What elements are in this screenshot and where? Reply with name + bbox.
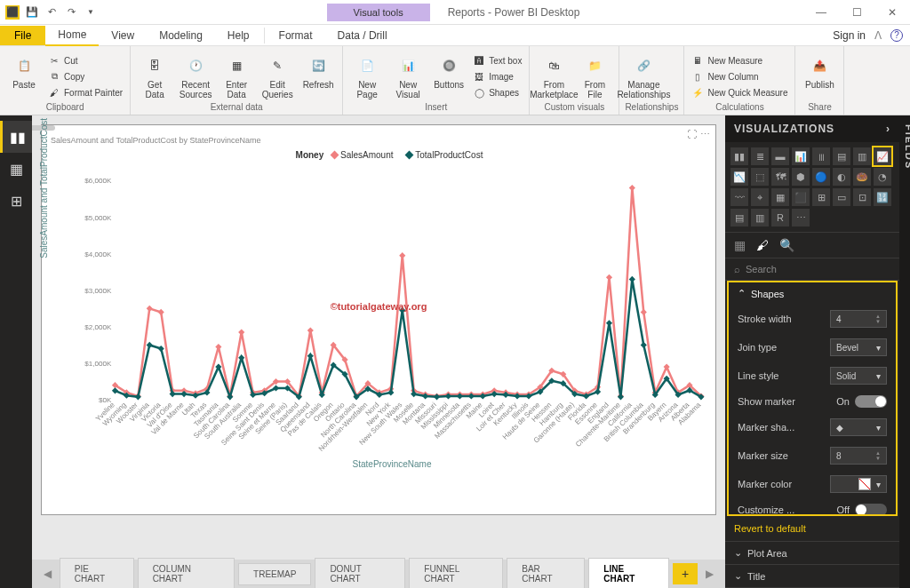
new-column-button[interactable]: ▯New Column [690,69,789,83]
collapse-panel-icon[interactable]: › [886,123,890,135]
tab-prev[interactable]: ◀ [39,568,56,580]
add-page-button[interactable]: + [673,563,698,584]
viz-type-9[interactable]: ⬚ [751,168,769,186]
viz-type-15[interactable]: ◔ [874,168,891,186]
menu-view[interactable]: View [99,26,147,45]
more-options-icon[interactable]: ⋯ [700,129,710,140]
viz-type-14[interactable]: 🍩 [853,168,871,186]
save-icon[interactable]: 💾 [25,5,39,20]
viz-type-10[interactable]: 🗺 [771,168,789,186]
copy-button[interactable]: ⧉Copy [46,69,124,83]
viz-type-6[interactable]: ▥ [853,147,871,165]
tab-funnel-chart[interactable]: FUNNEL CHART [409,558,503,588]
qat-dropdown-icon[interactable]: ▼ [84,5,98,20]
viz-type-8[interactable]: 📉 [730,168,748,186]
viz-type-4[interactable]: ⫼ [812,147,830,165]
shapes-button[interactable]: ◯Shapes [471,85,523,99]
sign-in-link[interactable]: Sign in [833,29,866,42]
plot-area-section[interactable]: ⌄Plot Area [725,541,899,564]
recent-sources-button[interactable]: 🕐Recent Sources [177,50,214,99]
from-marketplace-button[interactable]: 🛍From Marketplace [535,50,572,99]
help-icon[interactable]: ? [890,29,903,42]
close-button[interactable]: ✕ [874,0,910,25]
buttons-button[interactable]: 🔘Buttons [430,50,467,90]
refresh-button[interactable]: 🔄Refresh [299,50,337,90]
customize-toggle[interactable] [855,504,887,516]
tab-bar-chart[interactable]: BAR CHART [507,558,585,588]
model-view-button[interactable]: ⊞ [0,185,32,217]
show-marker-toggle[interactable] [855,395,887,408]
menu-data-drill[interactable]: Data / Drill [325,26,400,45]
report-view-button[interactable]: ▮▮ [0,121,32,153]
tab-column-chart[interactable]: COLUMN CHART [138,558,235,588]
format-tab[interactable]: 🖌 [756,238,769,252]
viz-type-25[interactable]: ▥ [751,209,769,226]
collapse-ribbon-icon[interactable]: ᐱ [874,29,882,42]
line-style-select[interactable]: Solid▾ [830,367,887,385]
viz-type-21[interactable]: ▭ [833,188,850,206]
publish-button[interactable]: 📤Publish [801,50,838,90]
tab-pie-chart[interactable]: PIE CHART [60,558,134,588]
search-input[interactable]: Search [746,264,777,274]
tab-treemap[interactable]: TREEMAP [238,563,311,585]
analytics-tab[interactable]: 🔍 [779,238,794,252]
new-measure-button[interactable]: 🖩New Measure [690,53,789,68]
viz-type-27[interactable]: ⋯ [792,209,810,226]
line-chart-visual[interactable]: ⛶ ⋯ SalesAmount and TotalProductCost by … [41,124,716,515]
title-section[interactable]: ⌄Title [725,564,899,588]
image-button[interactable]: 🖼Image [471,69,523,83]
marker-size-input[interactable]: 8▲▼ [830,447,887,465]
tab-donut-chart[interactable]: DONUT CHART [315,558,405,588]
legend-salesamount[interactable]: SalesAmount [331,150,393,160]
legend-totalproductcost[interactable]: TotalProductCost [406,150,483,160]
viz-type-26[interactable]: R [771,209,789,226]
enter-data-button[interactable]: ▦Enter Data [218,50,255,99]
fields-panel-collapsed[interactable]: FIELDS [899,115,910,588]
viz-type-12[interactable]: 🔵 [812,168,830,186]
edit-queries-button[interactable]: ✎Edit Queries [259,50,296,99]
viz-type-19[interactable]: ⬛ [792,188,810,206]
cut-button[interactable]: ✂Cut [46,53,124,68]
menu-format[interactable]: Format [267,26,325,45]
viz-type-13[interactable]: ◐ [833,168,850,186]
new-quick-measure-button[interactable]: ⚡New Quick Measure [690,85,789,99]
tab-next[interactable]: ▶ [701,568,718,580]
menu-home[interactable]: Home [45,25,99,46]
viz-type-18[interactable]: ▦ [771,188,789,206]
maximize-button[interactable]: ☐ [839,0,874,25]
join-type-select[interactable]: Bevel▾ [830,338,887,356]
marker-color-select[interactable]: ▾ [830,475,887,493]
viz-type-7[interactable]: 📈 [874,147,891,165]
new-visual-button[interactable]: 📊New Visual [389,50,427,99]
tab-line-chart[interactable]: LINE CHART [588,558,669,588]
viz-type-3[interactable]: 📊 [792,147,810,165]
viz-type-0[interactable]: ▮▮ [730,147,748,165]
paste-button[interactable]: 📋Paste [5,50,43,90]
menu-modeling[interactable]: Modeling [147,26,215,45]
viz-type-22[interactable]: ⊡ [853,188,871,206]
menu-file[interactable]: File [0,26,45,45]
data-view-button[interactable]: ▦ [0,153,32,185]
undo-icon[interactable]: ↶ [44,5,59,20]
viz-type-16[interactable]: 〰 [730,188,748,206]
stroke-width-input[interactable]: 4▲▼ [830,310,887,328]
get-data-button[interactable]: 🗄Get Data [136,50,173,99]
viz-type-23[interactable]: 🔢 [874,188,891,206]
manage-relationships-button[interactable]: 🔗Manage Relationships [625,50,662,99]
viz-type-24[interactable]: ▤ [730,209,748,226]
viz-type-11[interactable]: ⬢ [792,168,810,186]
viz-type-17[interactable]: ⌖ [751,188,769,206]
from-file-button[interactable]: 📁From File [576,50,613,99]
shapes-section-header[interactable]: ⌃Shapes [729,282,896,305]
viz-type-1[interactable]: ≣ [751,147,769,165]
fields-tab[interactable]: ▦ [734,238,746,252]
viz-type-5[interactable]: ▤ [833,147,850,165]
viz-type-2[interactable]: ▬ [771,147,789,165]
revert-to-default[interactable]: Revert to default [725,516,899,541]
redo-icon[interactable]: ↷ [64,5,78,20]
text-box-button[interactable]: 🅰Text box [471,53,523,68]
minimize-button[interactable]: ― [803,0,839,25]
marker-shape-select[interactable]: ◆▾ [830,418,887,436]
menu-help[interactable]: Help [215,26,262,45]
viz-type-20[interactable]: ⊞ [812,188,830,206]
